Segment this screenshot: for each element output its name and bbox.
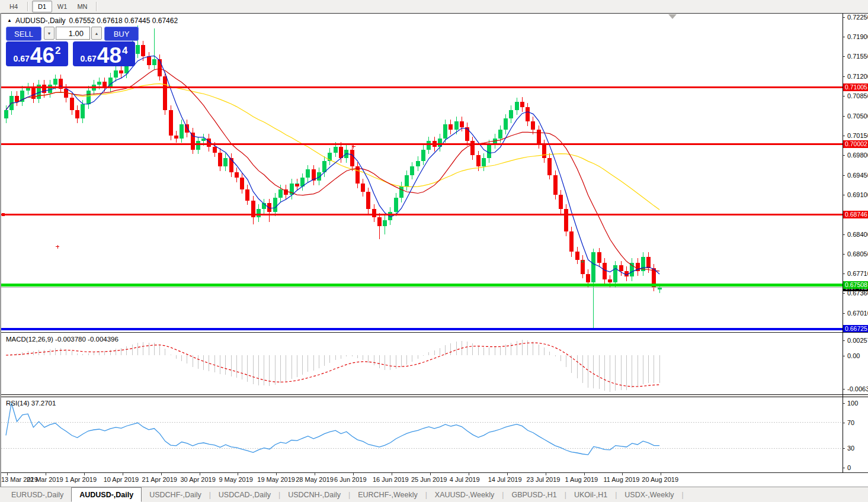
timeframe-mn-button[interactable]: MN	[72, 1, 92, 12]
price-tick-label: 0.69450	[847, 172, 868, 179]
date-tick	[392, 473, 392, 475]
date-label: 20 Aug 2019	[642, 476, 678, 483]
chart-header: ▲ AUDUSD-,Daily 0.67552 0.67618 0.67445 …	[7, 17, 178, 25]
candle-body	[366, 192, 370, 209]
candle-body	[339, 147, 343, 158]
candle-body	[542, 144, 546, 158]
candle-body	[372, 209, 376, 217]
rsi-label: RSI(14) 37.2701	[6, 400, 56, 407]
date-label: 1 Aug 2019	[565, 476, 598, 483]
date-tick	[7, 473, 8, 475]
candle-body	[152, 59, 156, 65]
timeframe-w1-button[interactable]: W1	[52, 1, 72, 12]
sell-button[interactable]: SELL	[6, 27, 41, 41]
price-tick-label: 0.71200	[847, 73, 868, 80]
date-axis[interactable]: 13 Mar 201922 Mar 20191 Apr 201910 Apr 2…	[0, 473, 868, 486]
candle-body	[526, 107, 530, 121]
date-tick	[84, 473, 85, 475]
current-price-line	[1, 287, 843, 288]
hline-0.71005[interactable]	[1, 86, 843, 88]
candle-body	[213, 147, 217, 153]
date-label: 11 Aug 2019	[603, 476, 639, 483]
panel-divider	[0, 332, 868, 333]
candle-body	[273, 198, 277, 212]
price-axis[interactable]: 0.722500.719000.715500.712000.708500.705…	[843, 14, 868, 332]
candle-body	[416, 161, 420, 167]
price-badge-0.66725: 0.66725	[843, 325, 868, 332]
candle-body	[141, 45, 145, 56]
candle-body	[158, 59, 162, 76]
date-tick	[123, 473, 123, 475]
macd-histogram	[6, 340, 659, 392]
toolbar-separator	[27, 2, 28, 11]
candle-body	[334, 147, 338, 153]
candle-body	[586, 274, 590, 282]
date-tick	[622, 473, 623, 475]
candle-body	[377, 217, 382, 226]
candle-body	[245, 189, 249, 201]
candle-body	[75, 110, 79, 118]
date-tick	[584, 473, 585, 475]
volume-increase-button[interactable]: ▲	[91, 27, 102, 40]
macd-panel[interactable]	[1, 333, 843, 394]
candle-body	[48, 85, 52, 93]
collapse-icon[interactable]: ▲	[7, 18, 12, 24]
volume-decrease-button[interactable]: ▼	[44, 27, 55, 40]
tab-gbpusd-h1[interactable]: GBPUSD-,H1	[504, 487, 564, 502]
tab-usdcad-daily[interactable]: USDCAD-,Daily	[211, 487, 278, 502]
candle-body	[174, 136, 178, 139]
candle-body	[306, 169, 310, 178]
hline-0.68746[interactable]	[1, 214, 843, 215]
sell-price-box[interactable]: 0.67 46 2	[6, 41, 68, 66]
date-label: 4 Jul 2019	[450, 476, 480, 483]
timeframe-h4-button[interactable]: H4	[4, 1, 24, 12]
candle-body	[257, 209, 261, 217]
candle-body	[559, 195, 563, 209]
tab-eurchf-weekly[interactable]: EURCHF-,Weekly	[350, 487, 425, 502]
object-marker	[295, 181, 299, 184]
candle-body	[603, 263, 607, 280]
candle-body	[443, 124, 447, 139]
candle-body	[619, 265, 623, 271]
date-tick	[238, 473, 238, 475]
rsi-panel[interactable]	[1, 397, 843, 472]
candle-body	[531, 121, 535, 130]
date-label: 23 Jul 2019	[527, 476, 560, 483]
price-tick-label: 0.71550	[847, 53, 868, 60]
candle-body	[42, 85, 46, 93]
candle-body	[350, 150, 354, 167]
candle-body	[569, 231, 574, 251]
macd-axis-label: -0.006326	[847, 385, 868, 392]
candle-body	[646, 257, 651, 268]
tab-audusd-daily[interactable]: AUDUSD-,Daily	[71, 487, 142, 502]
tab-usdx-weekly[interactable]: USDX-,Weekly	[617, 487, 681, 502]
tab-usdcnh-daily[interactable]: USDCNH-,Daily	[280, 487, 348, 502]
tab-xauusd-weekly[interactable]: XAUUSD-,Weekly	[427, 487, 502, 502]
chart-shift-marker[interactable]	[668, 14, 677, 19]
rsi-line	[6, 403, 659, 455]
date-tick	[507, 473, 508, 475]
hline-0.66725[interactable]	[1, 328, 843, 330]
candle-body	[476, 155, 481, 166]
buy-button[interactable]: BUY	[104, 27, 139, 41]
candle-body	[405, 175, 409, 186]
price-tick-label: 0.70500	[847, 112, 868, 120]
chevron-down-icon: ▼	[47, 31, 52, 36]
candle-body	[520, 102, 524, 108]
candle-body	[87, 91, 91, 105]
tab-ukoil-h1[interactable]: UKOil-,H1	[566, 487, 615, 502]
candle-body	[81, 104, 85, 118]
tab-usdchf-daily[interactable]: USDCHF-,Daily	[142, 487, 209, 502]
price-tick-label: 0.69800	[847, 152, 868, 159]
buy-price-box[interactable]: 0.67 48 4	[73, 41, 135, 66]
hline-0.70002[interactable]	[1, 143, 843, 145]
timeframe-d1-button[interactable]: D1	[32, 1, 52, 12]
candle-body	[591, 252, 595, 282]
price-tick-label: 0.68050	[847, 250, 868, 258]
candle-body	[509, 110, 513, 118]
rsi-axis-label: 30	[847, 445, 854, 452]
tab-eurusd-daily[interactable]: EURUSD-,Daily	[4, 487, 71, 502]
hline-0.67508[interactable]	[1, 284, 843, 287]
tab-separator: |	[681, 491, 683, 499]
volume-input[interactable]	[56, 27, 90, 40]
